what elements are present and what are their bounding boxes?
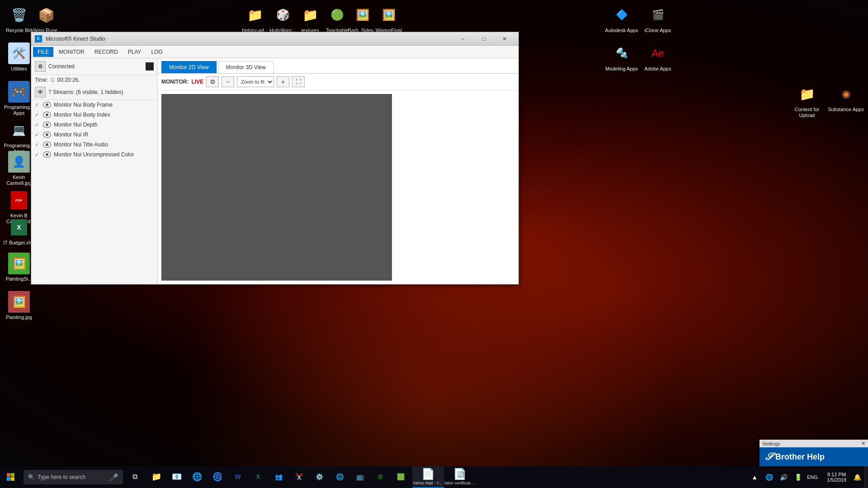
games-icon: 🎮 <box>8 81 30 103</box>
programing-icon: 💻 <box>8 119 30 141</box>
desktop-icon-substance[interactable]: ◉ Substance Apps <box>826 81 866 114</box>
svg-rect-0 <box>7 473 10 477</box>
stream-item-body-index[interactable]: ✓ Monitor Nui Body Index <box>31 110 157 120</box>
clock-time: 8:12 PM <box>827 472 846 477</box>
menu-monitor[interactable]: MONITOR <box>54 47 89 57</box>
windows-logo-icon <box>7 473 15 481</box>
restore-button[interactable]: □ <box>473 32 494 46</box>
settings-toolbar-btn[interactable]: ⚙ <box>206 76 219 87</box>
close-button[interactable]: ✕ <box>494 32 515 46</box>
window-menubar: FILE MONITOR RECORD PLAY LOG <box>31 46 519 58</box>
fullscreen-btn[interactable]: ⛶ <box>292 76 305 87</box>
desktop-icon-painting[interactable]: 🖼️ Painting.jpg <box>1 289 37 322</box>
tray-network-icon[interactable]: 🌐 <box>763 471 775 483</box>
brother-logo: 𝒮 <box>765 451 772 463</box>
tray-battery-icon[interactable]: 🔋 <box>792 471 804 483</box>
autodesk-icon: 🔷 <box>611 4 632 26</box>
substance-icon: ◉ <box>835 83 857 105</box>
time-value: 00:20:26. <box>57 77 80 83</box>
modeling-label: Modeling Apps <box>605 66 638 72</box>
search-placeholder: Type here to search <box>38 474 85 480</box>
menu-log[interactable]: LOG <box>147 47 167 57</box>
desktop-icon-modeling[interactable]: 🔩 Modeling Apps <box>601 41 642 74</box>
taskbar-snip[interactable]: ✂️ <box>289 467 309 487</box>
taskbar-edge[interactable]: 🌀 <box>208 467 227 487</box>
desktop-icon-content-upload[interactable]: 📁 Content for Upload <box>787 81 827 120</box>
tray-chevron[interactable]: ▲ <box>748 471 761 483</box>
window-controls: − □ ✕ <box>453 32 515 46</box>
tray-volume-icon[interactable]: 🔊 <box>777 471 790 483</box>
desktop: 🗑️ Recycle Bin 📦 Viking Rune... 🛠️ Utili… <box>0 0 868 488</box>
taskbar-search-box[interactable]: 🔍 Type here to search 🎤 <box>24 470 123 484</box>
menu-play[interactable]: PLAY <box>123 47 146 57</box>
taskbar-excel[interactable]: X <box>248 467 268 487</box>
taskbar-chrome[interactable]: 🌐 <box>187 467 207 487</box>
panel-settings-icon[interactable]: ⚙ <box>35 61 46 72</box>
search-icon: 🔍 <box>28 474 35 480</box>
adobe-label: Adobe Apps <box>644 66 671 72</box>
kevin-jpg-icon: 👤 <box>8 151 30 173</box>
desktop-icon-viking-rune[interactable]: 📦 Viking Rune... <box>28 2 64 35</box>
stream-item-uncompressed[interactable]: ✓ Monitor Nui Uncompressed Color <box>31 150 157 160</box>
panel-header: ⚙ Connected <box>31 58 157 75</box>
view-tabs: Monitor 2D View Monitor 3D View <box>158 58 519 74</box>
taskbar-browser2[interactable]: 🌐 <box>330 467 349 487</box>
start-button[interactable] <box>0 466 22 488</box>
taskbar-green-app[interactable]: 🟩 <box>391 467 410 487</box>
check-icon-body-frame: ✓ <box>35 102 40 108</box>
taskbar-yahoo-mail[interactable]: 📄 Yahoo Mail - Your Chat ... <box>412 466 444 488</box>
brother-settings-label: Settings <box>762 441 780 446</box>
taskbar-outlook[interactable]: 📧 <box>167 467 187 487</box>
menu-record[interactable]: RECORD <box>90 47 123 57</box>
eye-icon-ir <box>43 131 51 138</box>
stream-item-body-frame[interactable]: ✓ Monitor Nui Body Frame <box>31 100 157 110</box>
stream-item-ir[interactable]: ✓ Monitor Nui IR <box>31 130 157 140</box>
paintingsi-icon: 🖼️ <box>8 253 30 274</box>
connected-label: Connected <box>48 63 143 70</box>
iclone-label: iClone Apps <box>645 28 671 33</box>
show-desktop-button[interactable] <box>864 466 868 488</box>
window-titlebar[interactable]: K Microsoft® Kinect Studio − □ ✕ <box>31 32 519 46</box>
clock-date: 1/5/2019 <box>827 477 846 483</box>
taskbar-clock[interactable]: 8:12 PM 1/5/2019 <box>823 466 850 488</box>
svg-rect-1 <box>11 473 14 477</box>
zoom-in-btn[interactable]: + <box>277 76 289 87</box>
taskbar-tv[interactable]: 📺 <box>350 467 370 487</box>
stream-item-depth[interactable]: ✓ Monitor Nui Depth <box>31 120 157 130</box>
minimize-button[interactable]: − <box>453 32 473 46</box>
taskbar-file-explorer[interactable]: 📁 <box>146 467 166 487</box>
brother-help-body: 𝒮 Brother Help <box>760 447 868 466</box>
brother-help-popup[interactable]: Settings ✕ 𝒮 Brother Help <box>760 440 868 466</box>
eye-toggle-icon[interactable]: 👁 <box>35 87 46 98</box>
labor-cert-label: labor certification.... <box>444 481 475 486</box>
check-icon-depth: ✓ <box>35 122 40 128</box>
tab-monitor-3d[interactable]: Monitor 3D View <box>218 61 274 73</box>
taskbar-word[interactable]: W <box>228 467 248 487</box>
taskbar-settings-pinned[interactable]: ⚙️ <box>309 467 329 487</box>
utilities-label: Utilities <box>11 66 27 72</box>
tab-monitor-2d[interactable]: Monitor 2D View <box>161 61 217 73</box>
desktop-icon-autodesk[interactable]: 🔷 Autodesk Apps <box>601 2 642 35</box>
zoom-select[interactable]: Zoom to fit 25% 50% 75% 100% 200% <box>237 76 274 87</box>
time-row: Time: C 00:20:26. <box>31 75 157 85</box>
yahoo-mail-icon: 📄 <box>421 468 435 480</box>
taskbar-settings2[interactable]: ⚙ <box>370 467 390 487</box>
menu-file[interactable]: FILE <box>33 47 53 57</box>
time-label: Time: <box>35 77 48 83</box>
taskbar-teams1[interactable]: 👥 <box>269 467 288 487</box>
window-app-icon: K <box>35 35 42 42</box>
taskbar-labor-cert[interactable]: 🔄📄 labor certification.... <box>444 466 476 488</box>
stream-list: ✓ Monitor Nui Body Frame ✓ Monitor Nui B… <box>31 100 157 284</box>
stream-item-title-audio[interactable]: ✓ Monitor Nui Title Audio <box>31 140 157 150</box>
notification-center-button[interactable]: 🔔 <box>851 471 863 483</box>
desktop-icon-adobe[interactable]: Ae Adobe Apps <box>637 41 678 74</box>
desktop-icon-wagon[interactable]: 🖼️ WagonFinal <box>371 2 407 35</box>
c-label: C <box>51 77 55 83</box>
stream-label-depth: Monitor Nui Depth <box>54 122 98 128</box>
zoom-out-btn[interactable]: − <box>222 76 234 87</box>
utilities-icon: 🛠️ <box>8 42 30 64</box>
svg-rect-3 <box>11 477 14 481</box>
brother-close-icon[interactable]: ✕ <box>861 441 865 446</box>
task-view-button[interactable]: ⧉ <box>125 467 145 487</box>
desktop-icon-iclone[interactable]: 🎬 iClone Apps <box>637 2 678 35</box>
